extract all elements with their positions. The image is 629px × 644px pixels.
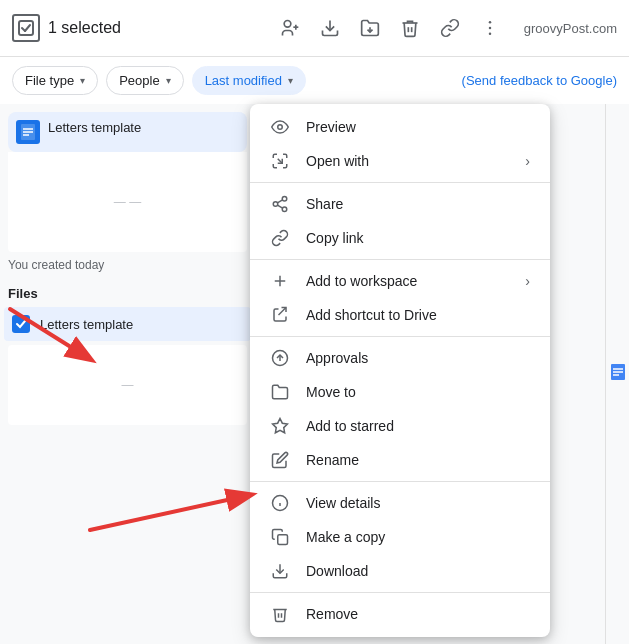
preview-label: Preview (306, 119, 530, 135)
rename-label: Rename (306, 452, 530, 468)
add-starred-label: Add to starred (306, 418, 530, 434)
move-icon (270, 383, 290, 401)
files-section-label: Files (0, 276, 255, 305)
open-with-label: Open with (306, 153, 509, 169)
menu-item-add-shortcut[interactable]: Add shortcut to Drive (250, 298, 550, 332)
divider-5 (250, 592, 550, 593)
file-row-name: Letters template (40, 317, 133, 332)
main-content: Letters template — — You created today F… (0, 104, 629, 644)
remove-label: Remove (306, 606, 530, 622)
star-icon (270, 417, 290, 435)
top-card-preview: — — (8, 152, 247, 252)
doc-icon (16, 120, 40, 144)
menu-item-move-to[interactable]: Move to (250, 375, 550, 409)
info-icon (270, 494, 290, 512)
divider-3 (250, 336, 550, 337)
menu-item-approvals[interactable]: Approvals (250, 341, 550, 375)
svg-point-8 (489, 21, 492, 24)
share-label: Share (306, 196, 530, 212)
svg-point-9 (489, 27, 492, 30)
move-to-folder-button[interactable] (352, 10, 388, 46)
menu-item-rename[interactable]: Rename (250, 443, 550, 477)
left-panel: Letters template — — You created today F… (0, 104, 255, 644)
svg-point-18 (273, 202, 278, 207)
top-file-card[interactable]: Letters template (8, 112, 247, 152)
filter-bar: File type ▾ People ▾ Last modified ▾ (Se… (0, 57, 629, 104)
toolbar: 1 selected (0, 0, 629, 57)
add-shortcut-label: Add shortcut to Drive (306, 307, 530, 323)
add-workspace-label: Add to workspace (306, 273, 509, 289)
svg-line-21 (277, 200, 282, 203)
file-type-filter[interactable]: File type ▾ (12, 66, 98, 95)
feedback-link[interactable]: (Send feedback to Google) (462, 73, 617, 88)
approvals-icon (270, 349, 290, 367)
people-filter[interactable]: People ▾ (106, 66, 183, 95)
selected-count-label: 1 selected (48, 19, 121, 37)
people-label: People (119, 73, 159, 88)
svg-rect-31 (278, 535, 288, 545)
created-today-label: You created today (0, 252, 255, 276)
shortcut-icon (270, 306, 290, 324)
last-modified-label: Last modified (205, 73, 282, 88)
svg-point-16 (278, 125, 283, 130)
plus-icon (270, 272, 290, 290)
svg-point-10 (489, 33, 492, 36)
menu-item-view-details[interactable]: View details (250, 486, 550, 520)
people-chevron-icon: ▾ (166, 75, 171, 86)
view-details-label: View details (306, 495, 530, 511)
download-menu-icon (270, 562, 290, 580)
eye-icon (270, 118, 290, 136)
svg-line-24 (279, 308, 287, 316)
file-type-chevron-icon: ▾ (80, 75, 85, 86)
last-modified-chevron-icon: ▾ (288, 75, 293, 86)
menu-item-open-with[interactable]: Open with › (250, 144, 550, 178)
copy-icon (270, 528, 290, 546)
toolbar-actions (272, 10, 508, 46)
divider-1 (250, 182, 550, 183)
share-button[interactable] (272, 10, 308, 46)
second-card-preview: — (8, 345, 247, 425)
context-menu: Preview Open with › (250, 104, 550, 637)
menu-item-make-copy[interactable]: Make a copy (250, 520, 550, 554)
file-checkbox[interactable] (12, 315, 30, 333)
top-card-title: Letters template (48, 120, 141, 135)
menu-item-remove[interactable]: Remove (250, 597, 550, 631)
trash-icon (270, 605, 290, 623)
copy-link-label: Copy link (306, 230, 530, 246)
divider-2 (250, 259, 550, 260)
svg-point-17 (282, 197, 287, 202)
copy-link-button[interactable] (432, 10, 468, 46)
rename-icon (270, 451, 290, 469)
open-with-arrow-icon: › (525, 153, 530, 169)
share-icon (270, 195, 290, 213)
make-copy-label: Make a copy (306, 529, 530, 545)
svg-point-3 (284, 21, 291, 28)
menu-item-copy-link[interactable]: Copy link (250, 221, 550, 255)
select-all-checkbox[interactable] (12, 14, 40, 42)
menu-item-download[interactable]: Download (250, 554, 550, 588)
menu-item-add-workspace[interactable]: Add to workspace › (250, 264, 550, 298)
download-label: Download (306, 563, 530, 579)
download-button[interactable] (312, 10, 348, 46)
file-type-label: File type (25, 73, 74, 88)
move-to-label: Move to (306, 384, 530, 400)
add-workspace-arrow-icon: › (525, 273, 530, 289)
selected-file-row[interactable]: Letters template (4, 307, 251, 341)
brand-label: groovyPost.com (524, 21, 617, 36)
remove-button[interactable] (392, 10, 428, 46)
last-modified-filter[interactable]: Last modified ▾ (192, 66, 306, 95)
divider-4 (250, 481, 550, 482)
svg-point-19 (282, 207, 287, 212)
menu-item-preview[interactable]: Preview (250, 110, 550, 144)
right-panel-indicator (605, 104, 629, 644)
link-icon (270, 229, 290, 247)
menu-item-add-starred[interactable]: Add to starred (250, 409, 550, 443)
svg-line-20 (277, 205, 282, 208)
menu-item-share[interactable]: Share (250, 187, 550, 221)
svg-marker-27 (273, 419, 288, 433)
open-with-icon (270, 152, 290, 170)
approvals-label: Approvals (306, 350, 530, 366)
more-actions-button[interactable] (472, 10, 508, 46)
svg-line-2 (25, 25, 30, 31)
